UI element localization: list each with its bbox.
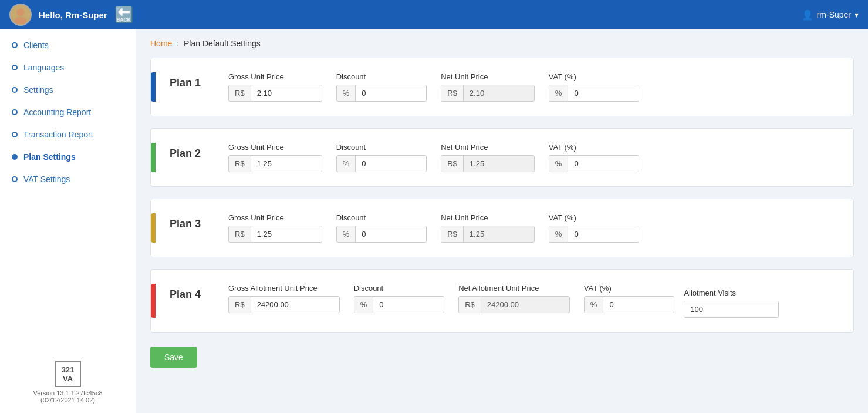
plan1-gross-group: Gross Unit Price R$ bbox=[228, 72, 322, 102]
sidebar-item-clients[interactable]: Clients bbox=[0, 34, 136, 56]
plan2-vat-input[interactable] bbox=[568, 156, 639, 172]
plan1-stripe bbox=[151, 72, 156, 102]
plan2-vat-label: VAT (%) bbox=[549, 143, 640, 152]
plan2-stripe bbox=[151, 143, 156, 172]
plan3-vat-input[interactable] bbox=[568, 226, 639, 242]
plan4-discount-input[interactable] bbox=[373, 297, 444, 313]
plan4-title: Plan 4 bbox=[170, 284, 228, 301]
plan2-discount-input[interactable] bbox=[356, 156, 426, 172]
plan4-vat-input[interactable] bbox=[603, 297, 674, 313]
sidebar: Clients Languages Settings Accounting Re… bbox=[0, 29, 136, 413]
header-dropdown-icon[interactable]: ▾ bbox=[855, 10, 859, 19]
plan3-net-prefix: R$ bbox=[441, 226, 464, 242]
plan1-discount-label: Discount bbox=[336, 72, 427, 81]
plan2-gross-input[interactable] bbox=[251, 156, 322, 172]
plan4-vat-prefix: % bbox=[585, 297, 604, 313]
plan4-net-input-group: R$ bbox=[458, 296, 570, 313]
sidebar-label-accounting: Accounting Report bbox=[23, 108, 91, 117]
plan1-vat-input[interactable] bbox=[568, 85, 639, 101]
plan4-allotment-input-group bbox=[684, 301, 779, 318]
plan3-stripe bbox=[151, 213, 156, 243]
sidebar-label-vat: VAT Settings bbox=[23, 174, 70, 184]
sidebar-dot-languages bbox=[12, 65, 18, 70]
plan1-gross-input[interactable] bbox=[251, 85, 322, 101]
plan3-discount-label: Discount bbox=[336, 213, 427, 222]
plan4-discount-prefix: % bbox=[354, 297, 374, 313]
plan2-net-input bbox=[464, 156, 534, 172]
plan4-fields-row2: Allotment Visits bbox=[684, 288, 779, 318]
plan1-discount-input[interactable] bbox=[356, 85, 426, 101]
sidebar-item-languages[interactable]: Languages bbox=[0, 56, 136, 79]
sidebar-dot-plan bbox=[12, 154, 18, 160]
sidebar-dot-vat bbox=[12, 176, 18, 182]
sidebar-label-plan: Plan Settings bbox=[23, 152, 76, 162]
plan3-net-label: Net Unit Price bbox=[441, 213, 535, 222]
plan2-gross-input-group: R$ bbox=[228, 155, 322, 172]
plan4-net-label: Net Allotment Unit Price bbox=[458, 284, 570, 293]
plan3-discount-group: Discount % bbox=[336, 213, 427, 243]
plan2-title: Plan 2 bbox=[170, 143, 228, 160]
save-button[interactable]: Save bbox=[150, 347, 197, 368]
plan2-fields: Gross Unit Price R$ Discount % bbox=[228, 143, 839, 172]
plan3-gross-input[interactable] bbox=[251, 226, 322, 242]
plan4-discount-group: Discount % bbox=[354, 284, 445, 313]
plan2-discount-input-group: % bbox=[336, 155, 427, 172]
plan4-allotment-group: Allotment Visits bbox=[684, 288, 779, 318]
plan3-discount-input-group: % bbox=[336, 226, 427, 243]
plan1-net-input bbox=[464, 85, 534, 101]
plan3-gross-prefix: R$ bbox=[229, 226, 251, 242]
plan3-discount-prefix: % bbox=[337, 226, 356, 242]
plan4-fields: Gross Allotment Unit Price R$ Discount % bbox=[228, 284, 839, 318]
plan4-stripe bbox=[151, 284, 156, 318]
plan4-gross-prefix: R$ bbox=[229, 297, 251, 313]
plan4-gross-input[interactable] bbox=[251, 297, 339, 313]
plan3-title: Plan 3 bbox=[170, 213, 228, 230]
plan4-gross-group: Gross Allotment Unit Price R$ bbox=[228, 284, 340, 313]
version-date: (02/12/2021 14:02) bbox=[9, 397, 126, 404]
sidebar-item-plan-settings[interactable]: Plan Settings bbox=[0, 146, 136, 168]
plan1-net-label: Net Unit Price bbox=[441, 72, 535, 81]
plan2-card: Plan 2 Gross Unit Price R$ Discount % bbox=[150, 128, 854, 187]
plan1-vat-input-group: % bbox=[549, 85, 640, 102]
plan1-discount-input-group: % bbox=[336, 85, 427, 102]
svg-point-2 bbox=[17, 9, 24, 16]
header-left: Hello, Rm-Super 🔙 bbox=[9, 4, 133, 26]
sidebar-dot-settings bbox=[12, 87, 18, 93]
plan2-net-label: Net Unit Price bbox=[441, 143, 535, 152]
plan1-title: Plan 1 bbox=[170, 72, 228, 89]
plan1-vat-group: VAT (%) % bbox=[549, 72, 640, 102]
plan2-vat-prefix: % bbox=[549, 156, 569, 172]
plan4-gross-label: Gross Allotment Unit Price bbox=[228, 284, 340, 293]
sidebar-label-settings: Settings bbox=[23, 85, 53, 95]
sidebar-label-languages: Languages bbox=[23, 63, 64, 72]
sidebar-item-transaction-report[interactable]: Transaction Report bbox=[0, 123, 136, 146]
plan3-gross-input-group: R$ bbox=[228, 226, 322, 243]
plan1-net-prefix: R$ bbox=[441, 85, 464, 101]
plan2-vat-group: VAT (%) % bbox=[549, 143, 640, 172]
plan4-net-prefix: R$ bbox=[459, 297, 481, 313]
header-username: rm-Super bbox=[817, 10, 851, 19]
plan3-net-input bbox=[464, 226, 534, 242]
plan4-discount-label: Discount bbox=[354, 284, 445, 293]
plan4-allotment-input[interactable] bbox=[684, 301, 778, 317]
plan4-discount-input-group: % bbox=[354, 296, 445, 313]
plan2-gross-group: Gross Unit Price R$ bbox=[228, 143, 322, 172]
plan4-net-input bbox=[481, 297, 569, 313]
back-arrow-icon[interactable]: 🔙 bbox=[114, 6, 133, 24]
main-content: Home : Plan Default Settings Plan 1 Gros… bbox=[136, 29, 868, 413]
sidebar-item-accounting-report[interactable]: Accounting Report bbox=[0, 101, 136, 123]
plan3-net-group: Net Unit Price R$ bbox=[441, 213, 535, 243]
plan4-fields-row1: Gross Allotment Unit Price R$ Discount % bbox=[228, 284, 674, 318]
plan3-fields: Gross Unit Price R$ Discount % bbox=[228, 213, 839, 243]
plan4-net-group: Net Allotment Unit Price R$ bbox=[458, 284, 570, 313]
plan3-vat-label: VAT (%) bbox=[549, 213, 640, 222]
plan1-gross-input-group: R$ bbox=[228, 85, 322, 102]
breadcrumb: Home : Plan Default Settings bbox=[150, 39, 854, 48]
sidebar-footer: 321VA Version 13.1.1.27fc45c8 (02/12/202… bbox=[0, 352, 136, 413]
plan3-discount-input[interactable] bbox=[356, 226, 426, 242]
sidebar-item-settings[interactable]: Settings bbox=[0, 79, 136, 101]
plan1-net-input-group: R$ bbox=[441, 85, 535, 102]
breadcrumb-home[interactable]: Home bbox=[150, 39, 172, 48]
sidebar-item-vat-settings[interactable]: VAT Settings bbox=[0, 168, 136, 190]
plan1-net-group: Net Unit Price R$ bbox=[441, 72, 535, 102]
